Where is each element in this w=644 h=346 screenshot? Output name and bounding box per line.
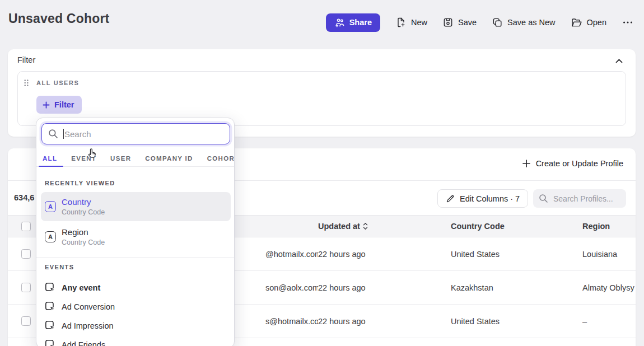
- event-click-icon: [45, 339, 56, 346]
- recently-viewed-heading: RECENTLY VIEWED: [45, 180, 115, 186]
- country-code-cell: Kazakhstan: [451, 271, 582, 305]
- updated-at-cell: 22 hours ago: [318, 237, 451, 271]
- event-click-icon: [45, 320, 56, 331]
- property-item-region[interactable]: A Region Country Code: [41, 222, 231, 251]
- updated-at-cell: 22 hours ago: [318, 271, 451, 305]
- search-icon: [48, 129, 58, 139]
- event-click-icon: [45, 282, 56, 293]
- plus-icon: [522, 159, 531, 168]
- text-caret: [63, 129, 64, 139]
- event-item-label: Any event: [62, 283, 100, 292]
- share-label: Share: [349, 18, 372, 27]
- updated-at-cell: 22 hours ago: [318, 305, 451, 338]
- page-title: Unsaved Cohort: [8, 11, 109, 26]
- save-button[interactable]: Save: [442, 17, 477, 28]
- open-label: Open: [587, 18, 606, 27]
- ellipsis-icon: [622, 16, 634, 29]
- events-heading: EVENTS: [45, 264, 74, 270]
- letter-a-icon: A: [45, 231, 56, 242]
- profiles-search-input[interactable]: [553, 194, 618, 203]
- event-item-ad-impression[interactable]: Ad Impression: [41, 317, 231, 334]
- toolbar: Share New Save Save as New: [326, 13, 634, 32]
- drag-handle-icon[interactable]: [24, 79, 29, 89]
- copy-icon: [492, 17, 503, 28]
- add-filter-label: Filter: [54, 100, 74, 109]
- event-item-any-event[interactable]: Any event: [41, 279, 231, 296]
- edit-columns-button[interactable]: Edit Columns · 7: [437, 189, 528, 208]
- updated-at-column-header[interactable]: Updated at: [318, 216, 451, 237]
- folder-open-icon: [571, 17, 582, 29]
- tab-user[interactable]: USER: [110, 155, 131, 162]
- save-as-new-button[interactable]: Save as New: [492, 17, 555, 28]
- save-label: Save: [458, 18, 477, 27]
- row-checkbox[interactable]: [21, 316, 31, 326]
- create-or-update-profile-label: Create or Update Profile: [536, 159, 623, 168]
- all-users-label: ALL USERS: [36, 80, 80, 86]
- property-item-title: Country: [62, 197, 105, 207]
- collapse-filter-button[interactable]: [613, 55, 624, 67]
- edit-columns-label: Edit Columns · 7: [460, 194, 520, 203]
- section-divider: [36, 257, 234, 258]
- pencil-icon: [446, 194, 455, 203]
- event-item-ad-conversion[interactable]: Ad Conversion: [41, 298, 231, 315]
- active-tab-underline: [39, 166, 63, 167]
- chevron-up-icon: [615, 59, 623, 63]
- event-item-label: Ad Impression: [62, 321, 114, 330]
- region-column-header[interactable]: Region: [582, 216, 636, 237]
- new-button[interactable]: New: [395, 17, 427, 28]
- more-options-button[interactable]: [622, 16, 634, 29]
- country-code-cell: United States: [451, 305, 582, 338]
- property-item-country[interactable]: A Country Country Code: [41, 192, 231, 221]
- event-item-add-friends[interactable]: Add Friends: [41, 336, 231, 346]
- profiles-search: [533, 189, 626, 208]
- open-button[interactable]: Open: [571, 17, 606, 29]
- profile-count: 634,6: [14, 193, 34, 202]
- save-icon: [442, 17, 454, 28]
- dropdown-search: [41, 123, 230, 144]
- region-cell: Almaty Oblysy: [582, 271, 636, 305]
- add-filter-button[interactable]: Filter: [36, 96, 82, 114]
- plus-icon: [42, 101, 50, 109]
- event-item-label: Ad Conversion: [62, 302, 115, 311]
- property-item-title: Region: [62, 227, 105, 237]
- add-users-icon: [334, 17, 345, 28]
- tab-company-id[interactable]: COMPANY ID: [145, 155, 193, 162]
- create-or-update-profile-button[interactable]: Create or Update Profile: [522, 159, 623, 168]
- property-item-subtitle: Country Code: [62, 239, 105, 246]
- dropdown-tabs: ALL EVENT USER COMPANY ID COHORT: [36, 151, 234, 167]
- event-item-label: Add Friends: [62, 340, 105, 346]
- tab-event[interactable]: EVENT: [71, 155, 96, 162]
- region-cell: –: [582, 305, 636, 338]
- save-as-new-label: Save as New: [507, 18, 555, 27]
- country-code-column-header[interactable]: Country Code: [451, 216, 582, 237]
- new-label: New: [411, 18, 427, 27]
- search-icon: [539, 194, 548, 203]
- filter-panel-title: Filter: [17, 55, 35, 64]
- select-all-checkbox[interactable]: [21, 222, 31, 231]
- sort-icon[interactable]: [363, 222, 368, 230]
- row-checkbox[interactable]: [21, 249, 31, 259]
- dropdown-search-input[interactable]: [64, 129, 223, 139]
- row-checkbox[interactable]: [21, 283, 31, 292]
- property-dropdown: ALL EVENT USER COMPANY ID COHORT RECENTL…: [36, 118, 235, 346]
- event-click-icon: [45, 301, 56, 312]
- letter-a-icon: A: [45, 201, 56, 212]
- share-button[interactable]: Share: [326, 13, 380, 32]
- tab-all[interactable]: ALL: [43, 155, 57, 162]
- country-code-cell: United States: [451, 237, 582, 271]
- property-item-subtitle: Country Code: [62, 208, 105, 216]
- new-file-icon: [395, 17, 407, 28]
- region-cell: Louisiana: [582, 237, 636, 271]
- tab-cohort[interactable]: COHORT: [207, 155, 235, 162]
